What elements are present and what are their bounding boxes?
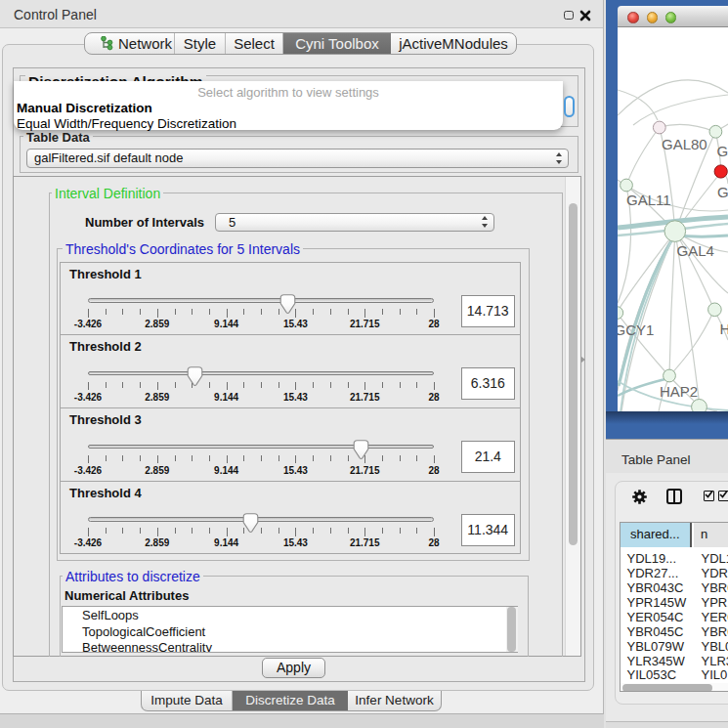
svg-text:HAP2: HAP2 <box>660 383 698 400</box>
svg-text:GA: GA <box>717 143 728 159</box>
svg-text:GAL80: GAL80 <box>662 136 707 152</box>
svg-text:H: H <box>720 321 728 337</box>
svg-text:GAL11: GAL11 <box>626 192 671 208</box>
svg-text:GAL4: GAL4 <box>677 242 714 259</box>
svg-text:G: G <box>717 184 728 200</box>
svg-text:GCY1: GCY1 <box>618 321 654 338</box>
